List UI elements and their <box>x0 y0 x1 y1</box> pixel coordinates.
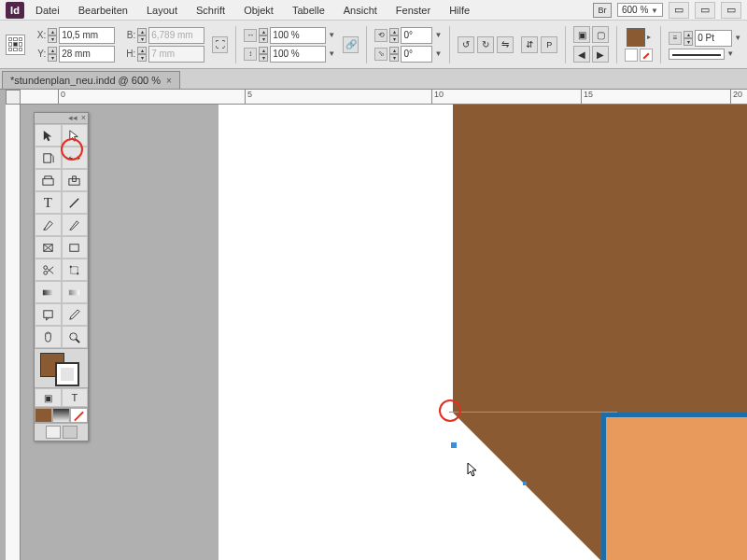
zoom-level-top[interactable]: 600 % ▼ <box>617 3 663 17</box>
horizontal-ruler[interactable]: 0 5 10 15 20 <box>21 90 747 105</box>
w-label: B: <box>122 30 135 40</box>
fill-swatch[interactable] <box>627 28 645 47</box>
menu-tabelle[interactable]: Tabelle <box>285 2 332 19</box>
menu-hilfe[interactable]: Hilfe <box>442 2 477 19</box>
control-bar: X:▴▾10,5 mm Y:▴▾28 mm B:▴▾6,789 mm H:▴▾7… <box>0 21 747 69</box>
view-options-icon[interactable]: ▭ <box>669 2 689 19</box>
canvas[interactable] <box>21 105 747 560</box>
stroke-color-swatch[interactable] <box>55 362 79 386</box>
shear-input[interactable]: 0° <box>401 46 432 63</box>
flip-h-icon[interactable]: ⇋ <box>497 36 514 53</box>
eyedropper-tool[interactable] <box>62 303 89 326</box>
select-container-icon[interactable]: ▣ <box>573 26 590 43</box>
highlight-circle-tool <box>61 138 83 161</box>
rotate-ccw-icon[interactable]: ↺ <box>458 36 474 53</box>
svg-rect-12 <box>71 266 78 273</box>
anchor-point-2[interactable] <box>523 482 527 485</box>
svg-rect-0 <box>44 153 51 161</box>
menu-datei[interactable]: Datei <box>28 2 67 19</box>
content-placer-tool[interactable] <box>62 169 89 191</box>
svg-rect-14 <box>78 273 79 274</box>
scale-x-input[interactable]: 100 % <box>270 27 326 44</box>
cursor-icon <box>467 462 480 480</box>
color-apply-row <box>35 407 88 423</box>
selection-edge <box>449 412 617 413</box>
select-content-icon[interactable]: ▢ <box>592 26 609 43</box>
width-input[interactable]: 6,789 mm <box>148 27 204 44</box>
svg-line-3 <box>70 198 78 206</box>
ruler-origin[interactable] <box>6 90 21 105</box>
rotate-input[interactable]: 0° <box>401 27 432 44</box>
document-tab[interactable]: *stundenplan_neu.indd @ 600 % × <box>2 71 180 89</box>
apply-color-icon[interactable] <box>35 408 52 423</box>
pen-tool[interactable] <box>35 214 62 236</box>
orange-frame-1[interactable] <box>601 413 747 560</box>
page-tool[interactable] <box>35 147 62 169</box>
view-mode-row <box>35 423 88 441</box>
svg-point-18 <box>70 332 78 340</box>
normal-view-icon[interactable] <box>46 426 61 439</box>
anchor-point[interactable] <box>451 442 457 448</box>
type-tool[interactable]: T <box>35 191 62 214</box>
apply-none-color-icon[interactable] <box>70 408 88 423</box>
height-input[interactable]: 7 mm <box>148 46 204 63</box>
tools-panel-header[interactable]: ◂◂× <box>35 113 88 124</box>
rectangle-tool[interactable] <box>62 236 89 259</box>
stroke-style[interactable] <box>669 49 725 60</box>
menu-ansicht[interactable]: Ansicht <box>336 2 385 19</box>
scale-y-icon: ↕ <box>244 48 257 61</box>
close-icon[interactable]: × <box>166 76 172 86</box>
free-transform-tool[interactable] <box>62 259 89 281</box>
gradient-swatch-tool[interactable] <box>35 281 62 303</box>
rotate-icon: ⟲ <box>374 29 388 42</box>
apply-none-icon[interactable] <box>640 49 653 62</box>
scale-y-input[interactable]: 100 % <box>270 46 326 63</box>
x-input[interactable]: 10,5 mm <box>59 27 115 44</box>
selection-tool[interactable] <box>35 124 62 147</box>
menu-objekt[interactable]: Objekt <box>236 2 281 19</box>
flip-v-icon[interactable]: ⇵ <box>521 36 538 53</box>
zoom-tool[interactable] <box>62 326 89 348</box>
svg-rect-17 <box>44 310 52 317</box>
scissors-tool[interactable] <box>35 259 62 281</box>
scale-x-icon: ↔ <box>244 29 257 42</box>
tools-panel[interactable]: ◂◂× T ▣ T <box>34 112 89 441</box>
gradient-feather-tool[interactable] <box>62 281 89 303</box>
formatting-container-icon[interactable]: ▣ <box>35 388 62 407</box>
apply-fill-icon[interactable] <box>625 49 638 62</box>
reference-point[interactable] <box>6 35 25 55</box>
note-tool[interactable] <box>35 303 62 326</box>
y-label: Y: <box>33 49 46 59</box>
line-tool[interactable] <box>62 191 89 214</box>
select-next-icon[interactable]: ▶ <box>592 46 609 63</box>
highlight-circle-canvas <box>439 399 461 422</box>
select-prev-icon[interactable]: ◀ <box>573 46 590 63</box>
rotate-cw-icon[interactable]: ↻ <box>477 36 494 53</box>
bridge-icon[interactable]: Br <box>593 3 612 18</box>
apply-gradient-icon[interactable] <box>52 408 70 423</box>
shear-icon: ⬂ <box>374 48 388 61</box>
preview-view-icon[interactable] <box>63 426 78 439</box>
app-icon: Id <box>6 2 24 19</box>
svg-rect-13 <box>70 265 72 267</box>
h-label: H: <box>122 49 135 59</box>
menu-schrift[interactable]: Schrift <box>189 2 233 19</box>
pencil-tool[interactable] <box>62 214 89 236</box>
y-input[interactable]: 28 mm <box>59 46 115 63</box>
hand-tool[interactable] <box>35 326 62 348</box>
rectangle-frame-tool[interactable] <box>35 236 62 259</box>
fill-stroke-proxy[interactable] <box>35 348 88 387</box>
menu-bearbeiten[interactable]: Bearbeiten <box>71 2 135 19</box>
menu-layout[interactable]: Layout <box>139 2 185 19</box>
p-indicator-icon: P <box>541 36 557 53</box>
arrange-icon[interactable]: ▭ <box>721 2 741 19</box>
constrain-scale-icon[interactable]: 🔗 <box>343 36 359 53</box>
document-tab-title: *stundenplan_neu.indd @ 600 % <box>10 75 161 86</box>
constrain-wh-icon[interactable]: ⛶ <box>212 36 228 53</box>
stroke-weight-input[interactable]: 0 Pt <box>695 30 732 47</box>
screen-mode-icon[interactable]: ▭ <box>695 2 715 19</box>
menu-fenster[interactable]: Fenster <box>388 2 438 19</box>
formatting-text-icon[interactable]: T <box>62 388 89 407</box>
vertical-ruler[interactable] <box>6 105 21 560</box>
content-collector-tool[interactable] <box>35 169 62 191</box>
